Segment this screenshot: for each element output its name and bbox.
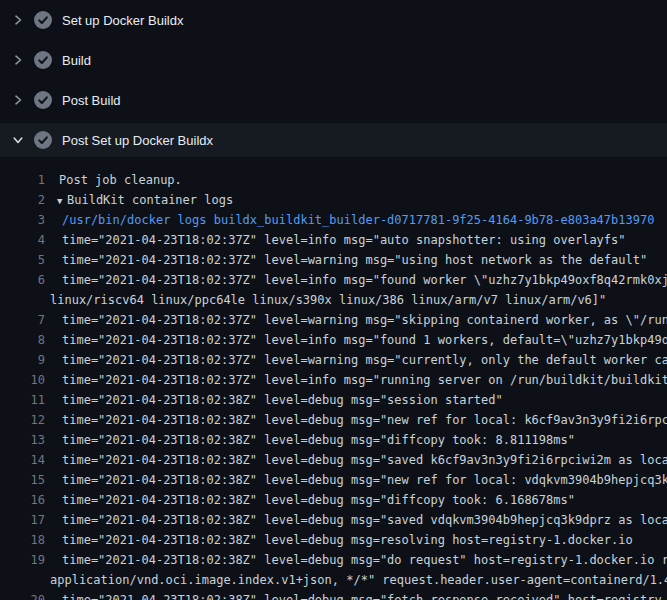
log-line-continuation: application/vnd.oci.image.index.v1+json,… bbox=[0, 570, 667, 590]
steps-list: Set up Docker BuildxBuildPost BuildPost … bbox=[0, 0, 667, 157]
line-number[interactable]: 2 bbox=[0, 190, 45, 210]
step-post-build[interactable]: Post Build bbox=[0, 80, 667, 120]
check-circle-icon bbox=[34, 91, 52, 109]
line-number[interactable]: 13 bbox=[0, 430, 45, 450]
log-text: time="2021-04-23T18:02:38Z" level=debug … bbox=[62, 590, 667, 600]
line-number[interactable]: 11 bbox=[0, 390, 45, 410]
log-text: time="2021-04-23T18:02:38Z" level=debug … bbox=[62, 410, 667, 430]
log-text: time="2021-04-23T18:02:38Z" level=debug … bbox=[62, 490, 575, 510]
line-number[interactable]: 7 bbox=[0, 310, 45, 330]
check-circle-icon bbox=[34, 51, 52, 69]
log-line: 10time="2021-04-23T18:02:37Z" level=info… bbox=[0, 370, 667, 390]
line-number[interactable]: 19 bbox=[0, 550, 45, 570]
log-line: 8time="2021-04-23T18:02:37Z" level=info … bbox=[0, 330, 667, 350]
line-number[interactable]: 8 bbox=[0, 330, 45, 350]
line-number[interactable]: 4 bbox=[0, 230, 45, 250]
step-label: Build bbox=[62, 53, 91, 68]
log-text: time="2021-04-23T18:02:38Z" level=debug … bbox=[62, 450, 667, 470]
line-number[interactable]: 16 bbox=[0, 490, 45, 510]
log-line: 4time="2021-04-23T18:02:37Z" level=info … bbox=[0, 230, 667, 250]
log-line: 9time="2021-04-23T18:02:37Z" level=warni… bbox=[0, 350, 667, 370]
check-circle-icon bbox=[34, 131, 52, 149]
log-text: time="2021-04-23T18:02:38Z" level=debug … bbox=[62, 390, 503, 410]
log-line: 2▼BuildKit container logs bbox=[0, 190, 667, 210]
log-line: 13time="2021-04-23T18:02:38Z" level=debu… bbox=[0, 430, 667, 450]
log-text: time="2021-04-23T18:02:38Z" level=debug … bbox=[62, 470, 667, 490]
log-line: 3/usr/bin/docker logs buildx_buildkit_bu… bbox=[0, 210, 667, 230]
step-label: Post Build bbox=[62, 93, 121, 108]
log-line: 12time="2021-04-23T18:02:38Z" level=debu… bbox=[0, 410, 667, 430]
log-text: linux/riscv64 linux/ppc64le linux/s390x … bbox=[50, 290, 606, 310]
step-label: Set up Docker Buildx bbox=[62, 13, 183, 28]
line-number[interactable]: 5 bbox=[0, 250, 45, 270]
log-line: 14time="2021-04-23T18:02:38Z" level=debu… bbox=[0, 450, 667, 470]
log-line: 1Post job cleanup. bbox=[0, 170, 667, 190]
chevron-down-icon bbox=[12, 134, 24, 146]
line-number[interactable]: 17 bbox=[0, 510, 45, 530]
log-line: 18time="2021-04-23T18:02:38Z" level=debu… bbox=[0, 530, 667, 550]
log-text: application/vnd.oci.image.index.v1+json,… bbox=[50, 570, 667, 590]
log-text: time="2021-04-23T18:02:38Z" level=debug … bbox=[62, 550, 667, 570]
log-text: time="2021-04-23T18:02:38Z" level=debug … bbox=[62, 510, 667, 530]
group-toggle-icon[interactable]: ▼ bbox=[57, 191, 67, 210]
log-line: 20time="2021-04-23T18:02:38Z" level=debu… bbox=[0, 590, 667, 600]
chevron-right-icon bbox=[12, 14, 24, 26]
line-number[interactable]: 18 bbox=[0, 530, 45, 550]
log-line: 7time="2021-04-23T18:02:37Z" level=warni… bbox=[0, 310, 667, 330]
log-text: time="2021-04-23T18:02:37Z" level=warnin… bbox=[62, 250, 647, 270]
log-line: 19time="2021-04-23T18:02:38Z" level=debu… bbox=[0, 550, 667, 570]
line-number[interactable]: 15 bbox=[0, 470, 45, 490]
log-group-header: ▼BuildKit container logs bbox=[57, 190, 233, 210]
log-text: time="2021-04-23T18:02:37Z" level=warnin… bbox=[62, 350, 667, 370]
log-line: 5time="2021-04-23T18:02:37Z" level=warni… bbox=[0, 250, 667, 270]
log-text: time="2021-04-23T18:02:38Z" level=debug … bbox=[62, 530, 633, 550]
log-command-text: /usr/bin/docker logs buildx_buildkit_bui… bbox=[62, 210, 654, 230]
log-line: 6time="2021-04-23T18:02:37Z" level=info … bbox=[0, 270, 667, 290]
line-number[interactable]: 1 bbox=[0, 170, 45, 190]
check-circle-icon bbox=[34, 11, 52, 29]
log-text: Post job cleanup. bbox=[59, 170, 182, 190]
log-text: time="2021-04-23T18:02:37Z" level=info m… bbox=[62, 330, 667, 350]
log-line: 17time="2021-04-23T18:02:38Z" level=debu… bbox=[0, 510, 667, 530]
log-viewer: 1Post job cleanup.2▼BuildKit container l… bbox=[0, 157, 667, 600]
log-line: 16time="2021-04-23T18:02:38Z" level=debu… bbox=[0, 490, 667, 510]
chevron-right-icon bbox=[12, 54, 24, 66]
log-text: time="2021-04-23T18:02:37Z" level=info m… bbox=[62, 230, 626, 250]
step-set-up-docker-buildx[interactable]: Set up Docker Buildx bbox=[0, 0, 667, 40]
line-number bbox=[0, 570, 45, 590]
line-number[interactable]: 3 bbox=[0, 210, 45, 230]
log-text: time="2021-04-23T18:02:38Z" level=debug … bbox=[62, 430, 575, 450]
log-text: time="2021-04-23T18:02:37Z" level=warnin… bbox=[62, 310, 667, 330]
group-label[interactable]: BuildKit container logs bbox=[67, 193, 233, 207]
line-number[interactable]: 10 bbox=[0, 370, 45, 390]
chevron-right-icon bbox=[12, 94, 24, 106]
log-line: 15time="2021-04-23T18:02:38Z" level=debu… bbox=[0, 470, 667, 490]
log-line: 11time="2021-04-23T18:02:38Z" level=debu… bbox=[0, 390, 667, 410]
step-build[interactable]: Build bbox=[0, 40, 667, 80]
line-number[interactable]: 20 bbox=[0, 590, 45, 600]
log-text: time="2021-04-23T18:02:37Z" level=info m… bbox=[62, 270, 667, 290]
line-number[interactable]: 12 bbox=[0, 410, 45, 430]
line-number[interactable]: 6 bbox=[0, 270, 45, 290]
step-label: Post Set up Docker Buildx bbox=[62, 133, 213, 148]
log-line-continuation: linux/riscv64 linux/ppc64le linux/s390x … bbox=[0, 290, 667, 310]
line-number bbox=[0, 290, 45, 310]
log-text: time="2021-04-23T18:02:37Z" level=info m… bbox=[62, 370, 667, 390]
step-post-set-up-docker-buildx[interactable]: Post Set up Docker Buildx bbox=[0, 123, 667, 157]
line-number[interactable]: 9 bbox=[0, 350, 45, 370]
line-number[interactable]: 14 bbox=[0, 450, 45, 470]
